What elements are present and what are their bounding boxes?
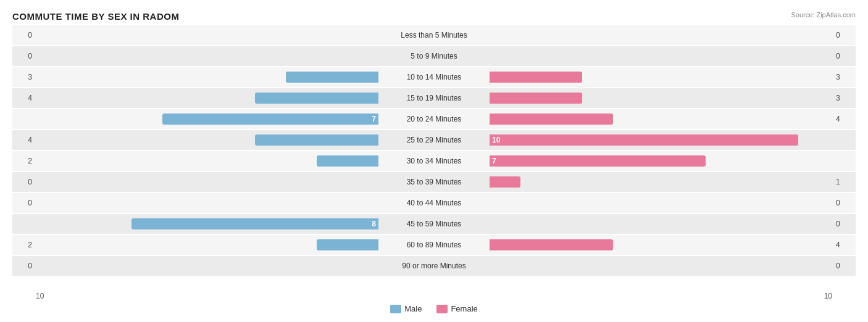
male-bar-wrap: 8 [36,214,378,234]
row-label: 15 to 19 Minutes [378,94,490,102]
male-value: 2 [12,241,36,249]
row-label: 60 to 89 Minutes [378,241,490,249]
male-val-inside: 8 [372,220,378,228]
male-val-inside: 7 [372,115,378,123]
chart-row: 4 25 to 29 Minutes 10 [12,130,856,150]
bars-and-label: 15 to 19 Minutes [36,88,832,108]
female-value: 3 [832,94,856,102]
female-bar-wrap [490,235,832,255]
chart-row: 2 60 to 89 Minutes 4 [12,235,856,255]
row-label: Less than 5 Minutes [378,31,490,39]
female-value: 1 [832,178,856,186]
bars-and-label: 90 or more Minutes [36,256,832,276]
female-bar-wrap [490,109,832,129]
row-label: 5 to 9 Minutes [378,52,490,60]
female-value: 0 [832,199,856,207]
female-bar-wrap: 7 [490,151,832,171]
male-bar-wrap: 7 [36,109,378,129]
legend-male-label: Male [404,304,422,313]
chart-row: 8 45 to 59 Minutes 0 [12,214,856,234]
male-bar [286,72,378,83]
chart-container: COMMUTE TIME BY SEX IN RADOM Source: Zip… [0,0,868,322]
source-label: Source: ZipAtlas.com [791,11,856,19]
legend-female-box [436,305,448,313]
female-bar: 7 [490,155,706,167]
female-bar [490,93,582,104]
legend-female-label: Female [451,304,477,313]
female-bar-wrap [490,256,832,276]
male-bar [317,155,378,167]
row-label: 35 to 39 Minutes [378,178,490,186]
male-bar-wrap [36,151,378,171]
row-label: 40 to 44 Minutes [378,199,490,207]
male-value: 3 [12,73,36,81]
bars-and-label: 35 to 39 Minutes [36,172,832,192]
axis-left-label: 10 [36,292,44,300]
female-value: 3 [832,73,856,81]
legend-male-box [390,305,401,313]
male-bar-wrap [36,88,378,108]
female-bar-wrap [490,25,832,45]
chart-row: 2 30 to 34 Minutes 7 [12,151,856,171]
male-bar-wrap [36,67,378,87]
male-value: 0 [12,262,36,270]
bars-and-label: 40 to 44 Minutes [36,193,832,213]
bars-and-label: 30 to 34 Minutes 7 [36,151,832,171]
female-bar-wrap [490,193,832,213]
chart-row: 4 15 to 19 Minutes 3 [12,88,856,108]
bars-and-label: 25 to 29 Minutes 10 [36,130,832,150]
chart-row: 0 40 to 44 Minutes 0 [12,193,856,213]
female-bar [490,114,613,125]
female-value: 0 [832,262,856,270]
male-value: 0 [12,178,36,186]
female-value: 0 [832,31,856,39]
female-bar-wrap [490,46,832,66]
female-val-inside: 10 [490,136,500,144]
male-bar-wrap [36,256,378,276]
male-bar-wrap [36,235,378,255]
male-value: 0 [12,199,36,207]
female-bar-wrap: 10 [490,130,832,150]
female-value: 4 [832,241,856,249]
female-bar [490,176,520,188]
male-value: 4 [12,136,36,144]
row-label: 25 to 29 Minutes [378,136,490,144]
male-value: 0 [12,52,36,60]
female-bar [490,72,582,83]
chart-row: 3 10 to 14 Minutes 3 [12,67,856,87]
male-bar-wrap [36,46,378,66]
female-bar [490,239,613,250]
male-value: 0 [12,31,36,39]
row-label: 30 to 34 Minutes [378,157,490,165]
row-label: 45 to 59 Minutes [378,220,490,228]
axis-right-label: 10 [824,292,832,300]
male-bar-wrap [36,172,378,192]
chart-row: 0 90 or more Minutes 0 [12,256,856,276]
female-val-inside: 7 [490,157,496,165]
legend-female: Female [436,304,477,313]
row-label: 90 or more Minutes [378,262,490,270]
male-bar [317,239,378,250]
female-bar: 10 [490,134,798,146]
chart-row: 0 35 to 39 Minutes 1 [12,172,856,192]
legend-male: Male [390,304,422,313]
male-value: 2 [12,157,36,165]
bars-and-label: Less than 5 Minutes [36,25,832,45]
chart-area: 0 Less than 5 Minutes 0 0 5 to 9 [12,25,856,291]
row-label: 10 to 14 Minutes [378,73,490,81]
male-bar-wrap [36,130,378,150]
row-label: 20 to 24 Minutes [378,115,490,123]
female-bar-wrap [490,172,832,192]
legend: Male Female [12,304,856,313]
axis-bottom: 10 10 [12,292,856,300]
male-bar [255,93,378,104]
bars-and-label: 10 to 14 Minutes [36,67,832,87]
male-value: 4 [12,94,36,102]
chart-row: 0 5 to 9 Minutes 0 [12,46,856,66]
female-bar-wrap [490,67,832,87]
bars-and-label: 5 to 9 Minutes [36,46,832,66]
female-value: 0 [832,52,856,60]
female-bar-wrap [490,88,832,108]
bars-and-label: 60 to 89 Minutes [36,235,832,255]
bars-and-label: 7 20 to 24 Minutes [36,109,832,129]
